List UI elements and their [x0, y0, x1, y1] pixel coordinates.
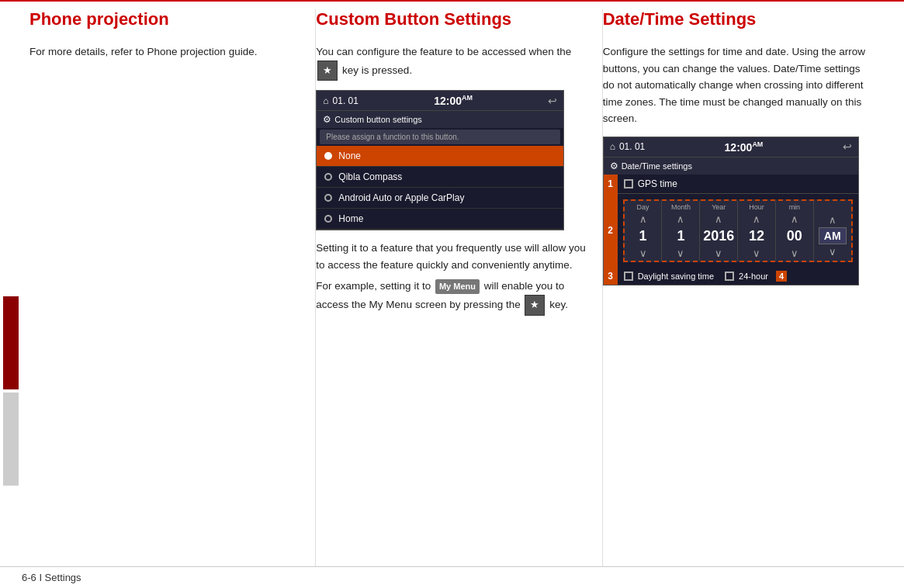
dt-ampm: AM — [752, 140, 763, 148]
screen-gear-icon: ⚙ — [323, 114, 331, 125]
hour24-checkbox — [725, 272, 734, 281]
dt-col-year: Year ∧ 2016 ∨ — [700, 201, 738, 261]
column3-body: Configure the settings for time and date… — [603, 43, 873, 127]
columns-container: Phone projection For more details, refer… — [29, 9, 888, 566]
footer-text: 6-6 I Settings — [22, 572, 81, 583]
radio-dot-android — [324, 194, 332, 202]
column2-body1: Setting it to a feature that you frequen… — [316, 240, 586, 273]
star-key-icon-1: ★ — [317, 61, 338, 81]
content-area: Phone projection For more details, refer… — [22, 2, 904, 566]
menu-item-label-home: Home — [338, 213, 363, 224]
dt-min-up[interactable]: ∧ — [791, 212, 798, 227]
sidebar-red-block — [3, 296, 19, 389]
column2-body2-text: For example, setting it to — [316, 280, 431, 292]
gps-row: GPS time — [618, 175, 858, 194]
dt-picker: Day ∧ 1 ∨ Month ∧ 1 ∨ — [623, 199, 853, 262]
column2-title: Custom Button Settings — [316, 9, 586, 29]
radio-dot-home — [324, 215, 332, 223]
menu-item-label-none: None — [338, 150, 361, 161]
dt-hour-down[interactable]: ∨ — [753, 246, 760, 261]
dt-year-value: 2016 — [703, 227, 734, 246]
dt-time-area: 12:00AM — [725, 140, 764, 154]
dt-day-up[interactable]: ∧ — [639, 212, 647, 227]
dt-back-icon: ↩ — [843, 140, 852, 153]
column2-intro-text2: key is pressed. — [342, 64, 412, 76]
dt-col-hour: Hour ∧ 12 ∨ — [738, 201, 776, 261]
column-custom-button: Custom Button Settings You can configure… — [316, 9, 602, 566]
dt-month-up[interactable]: ∧ — [677, 212, 684, 227]
dt-badge-2: 2 — [604, 194, 618, 268]
dt-subtitle-label: Date/Time settings — [622, 161, 692, 171]
screen-subtitle-label: Custom button settings — [334, 115, 422, 124]
dt-screen-header: ⌂ 01. 01 12:00AM ↩ — [604, 137, 858, 157]
dt-day-value: 1 — [639, 227, 647, 246]
screen-back-icon: ↩ — [548, 95, 557, 107]
dt-col-day: Day ∧ 1 ∨ — [625, 201, 663, 261]
dt-time-value: 12:00 — [725, 141, 753, 154]
screen-menu-item-android: Android Auto or Apple CarPlay — [317, 188, 563, 209]
dt-col-min: min ∧ 00 ∨ — [776, 201, 814, 261]
dt-month-down[interactable]: ∨ — [677, 246, 684, 261]
dt-col-year-header: Year — [712, 201, 726, 212]
radio-dot-qibla — [324, 173, 332, 181]
menu-item-label-qibla: Qibla Compass — [338, 171, 402, 182]
dt-row1: 1 GPS time — [604, 175, 858, 194]
dt-date: 01. 01 — [619, 141, 645, 152]
screen-header: ⌂ 01. 01 12:00AM ↩ — [317, 91, 563, 110]
dt-arrows-up-row: Day ∧ 1 ∨ Month ∧ 1 ∨ — [625, 201, 851, 261]
dt-time: 12:00AM — [725, 141, 764, 154]
sidebar — [0, 2, 22, 566]
screen-time-value: 12:00 — [434, 95, 462, 107]
page-footer: 6-6 I Settings — [0, 566, 904, 588]
column2-body2: For example, setting it to My Menu will … — [316, 278, 586, 315]
daylight-label: Daylight saving time — [638, 272, 714, 281]
dt-subtitle-bar: ⚙ Date/Time settings — [604, 157, 858, 175]
custom-button-screen: ⌂ 01. 01 12:00AM ↩ ⚙ Custom button setti… — [316, 90, 564, 230]
dt-ampm-down[interactable]: ∨ — [829, 244, 836, 259]
screen-header-left: ⌂ 01. 01 — [323, 95, 358, 106]
screen-time: 12:00AM — [434, 95, 473, 107]
daylight-checkbox — [624, 272, 633, 281]
column-datetime: Date/Time Settings Configure the setting… — [603, 9, 888, 566]
dt-col-min-header: min — [789, 201, 801, 212]
screen-menu-item-none: None — [317, 146, 563, 167]
dt-year-down[interactable]: ∨ — [715, 246, 722, 261]
dt-min-value: 00 — [787, 227, 802, 246]
star-icon-2: ★ — [530, 297, 539, 313]
screen-home-icon: ⌂ — [323, 95, 328, 106]
my-menu-badge: My Menu — [435, 279, 480, 295]
column2-intro-text1: You can configure the feature to be acce… — [316, 46, 571, 57]
star-key-icon-2: ★ — [525, 295, 545, 316]
dt-badge-4: 4 — [776, 271, 787, 282]
page-container: Phone projection For more details, refer… — [0, 2, 904, 566]
dt-picker-wrapper: Day ∧ 1 ∨ Month ∧ 1 ∨ — [618, 194, 858, 268]
dt-month-value: 1 — [677, 227, 684, 246]
screen-subtitle-bar: ⚙ Custom button settings — [317, 110, 563, 128]
screen-menu-item-home: Home — [317, 209, 563, 230]
column1-title: Phone projection — [29, 9, 300, 29]
dt-bottom-row: Daylight saving time 24-hour 4 — [618, 268, 858, 285]
radio-dot-none — [324, 152, 332, 160]
screen-date: 01. 01 — [333, 95, 358, 106]
hour24-label: 24-hour — [739, 272, 768, 281]
column-phone-projection: Phone projection For more details, refer… — [29, 9, 316, 566]
dt-min-down[interactable]: ∨ — [791, 246, 798, 261]
column3-title: Date/Time Settings — [603, 9, 873, 29]
sidebar-gray-block — [3, 393, 19, 486]
menu-item-label-android: Android Auto or Apple CarPlay — [338, 192, 464, 203]
dt-ampm-up[interactable]: ∧ — [829, 213, 836, 227]
star-icon-1: ★ — [323, 63, 332, 79]
dt-row3: 3 Daylight saving time 24-hour 4 — [604, 268, 858, 285]
screen-menu-item-qibla: Qibla Compass — [317, 167, 563, 188]
dt-day-down[interactable]: ∨ — [639, 246, 647, 261]
screen-time-area: 12:00AM — [434, 94, 473, 107]
column2-intro: You can configure the feature to be acce… — [316, 43, 586, 81]
dt-hour-up[interactable]: ∧ — [753, 212, 760, 227]
dt-year-up[interactable]: ∧ — [715, 212, 722, 227]
gps-checkbox — [624, 179, 633, 189]
screen-ampm: AM — [462, 94, 473, 102]
column1-body: For more details, refer to Phone project… — [29, 43, 300, 61]
column2-body4-text: key. — [549, 299, 568, 310]
dt-col-ampm-header — [831, 202, 833, 213]
dt-col-hour-header: Hour — [749, 201, 764, 212]
